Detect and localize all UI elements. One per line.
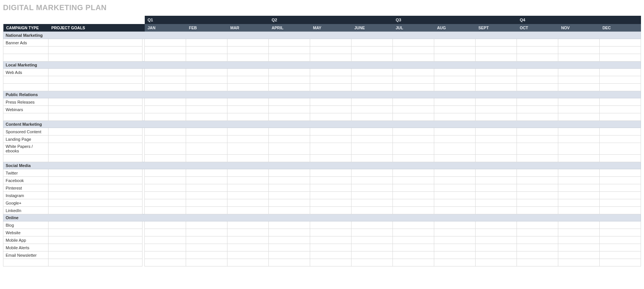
- month-cell[interactable]: [227, 54, 269, 62]
- month-cell[interactable]: [310, 106, 352, 113]
- month-cell[interactable]: [310, 39, 352, 47]
- month-cell[interactable]: [352, 192, 393, 199]
- month-cell[interactable]: [269, 128, 310, 135]
- month-cell[interactable]: [558, 54, 600, 62]
- month-cell[interactable]: [476, 54, 517, 62]
- month-cell[interactable]: [186, 128, 227, 135]
- campaign-name-cell[interactable]: Mobile App: [3, 236, 48, 244]
- month-cell[interactable]: [227, 128, 269, 135]
- month-cell[interactable]: [227, 259, 269, 266]
- month-cell[interactable]: [145, 54, 186, 62]
- month-cell[interactable]: [517, 135, 558, 143]
- month-cell[interactable]: [186, 143, 227, 155]
- month-cell[interactable]: [310, 54, 352, 62]
- month-cell[interactable]: [227, 155, 269, 162]
- project-goal-cell[interactable]: [48, 113, 142, 121]
- month-cell[interactable]: [600, 155, 641, 162]
- month-cell[interactable]: [434, 177, 476, 184]
- month-cell[interactable]: [393, 244, 434, 251]
- month-cell[interactable]: [558, 155, 600, 162]
- month-cell[interactable]: [145, 84, 186, 91]
- month-cell[interactable]: [145, 236, 186, 244]
- month-cell[interactable]: [269, 229, 310, 236]
- month-cell[interactable]: [227, 106, 269, 113]
- month-cell[interactable]: [227, 192, 269, 199]
- month-cell[interactable]: [393, 177, 434, 184]
- month-cell[interactable]: [600, 221, 641, 229]
- month-cell[interactable]: [600, 199, 641, 207]
- month-cell[interactable]: [186, 54, 227, 62]
- month-cell[interactable]: [310, 143, 352, 155]
- month-cell[interactable]: [600, 169, 641, 177]
- campaign-name-cell[interactable]: [3, 84, 48, 91]
- month-cell[interactable]: [517, 47, 558, 54]
- month-cell[interactable]: [476, 177, 517, 184]
- month-cell[interactable]: [352, 39, 393, 47]
- project-goal-cell[interactable]: [48, 135, 142, 143]
- month-cell[interactable]: [517, 106, 558, 113]
- month-cell[interactable]: [269, 113, 310, 121]
- month-cell[interactable]: [269, 155, 310, 162]
- month-cell[interactable]: [558, 236, 600, 244]
- month-cell[interactable]: [227, 177, 269, 184]
- month-cell[interactable]: [434, 259, 476, 266]
- project-goal-cell[interactable]: [48, 143, 142, 155]
- month-cell[interactable]: [517, 69, 558, 76]
- month-cell[interactable]: [517, 184, 558, 192]
- month-cell[interactable]: [186, 244, 227, 251]
- month-cell[interactable]: [269, 192, 310, 199]
- month-cell[interactable]: [186, 106, 227, 113]
- campaign-name-cell[interactable]: Web Ads: [3, 69, 48, 76]
- month-cell[interactable]: [434, 39, 476, 47]
- project-goal-cell[interactable]: [48, 236, 142, 244]
- month-cell[interactable]: [558, 221, 600, 229]
- month-cell[interactable]: [310, 221, 352, 229]
- month-cell[interactable]: [517, 236, 558, 244]
- month-cell[interactable]: [517, 39, 558, 47]
- month-cell[interactable]: [600, 251, 641, 259]
- month-cell[interactable]: [186, 69, 227, 76]
- month-cell[interactable]: [434, 143, 476, 155]
- month-cell[interactable]: [476, 251, 517, 259]
- month-cell[interactable]: [517, 113, 558, 121]
- month-cell[interactable]: [434, 251, 476, 259]
- project-goal-cell[interactable]: [48, 39, 142, 47]
- month-cell[interactable]: [558, 106, 600, 113]
- month-cell[interactable]: [227, 184, 269, 192]
- month-cell[interactable]: [227, 244, 269, 251]
- month-cell[interactable]: [269, 54, 310, 62]
- month-cell[interactable]: [476, 199, 517, 207]
- campaign-name-cell[interactable]: Press Releases: [3, 98, 48, 106]
- month-cell[interactable]: [352, 113, 393, 121]
- month-cell[interactable]: [352, 47, 393, 54]
- month-cell[interactable]: [227, 207, 269, 214]
- month-cell[interactable]: [393, 155, 434, 162]
- month-cell[interactable]: [145, 259, 186, 266]
- month-cell[interactable]: [186, 259, 227, 266]
- month-cell[interactable]: [269, 39, 310, 47]
- month-cell[interactable]: [393, 54, 434, 62]
- month-cell[interactable]: [393, 221, 434, 229]
- month-cell[interactable]: [434, 113, 476, 121]
- month-cell[interactable]: [476, 244, 517, 251]
- month-cell[interactable]: [352, 69, 393, 76]
- month-cell[interactable]: [145, 39, 186, 47]
- month-cell[interactable]: [517, 84, 558, 91]
- month-cell[interactable]: [558, 251, 600, 259]
- month-cell[interactable]: [600, 106, 641, 113]
- campaign-name-cell[interactable]: Instagram: [3, 192, 48, 199]
- month-cell[interactable]: [600, 177, 641, 184]
- month-cell[interactable]: [517, 54, 558, 62]
- month-cell[interactable]: [269, 47, 310, 54]
- month-cell[interactable]: [517, 143, 558, 155]
- month-cell[interactable]: [434, 199, 476, 207]
- month-cell[interactable]: [352, 251, 393, 259]
- month-cell[interactable]: [352, 76, 393, 84]
- month-cell[interactable]: [600, 236, 641, 244]
- month-cell[interactable]: [352, 207, 393, 214]
- month-cell[interactable]: [310, 69, 352, 76]
- month-cell[interactable]: [517, 98, 558, 106]
- month-cell[interactable]: [227, 47, 269, 54]
- month-cell[interactable]: [434, 169, 476, 177]
- month-cell[interactable]: [145, 177, 186, 184]
